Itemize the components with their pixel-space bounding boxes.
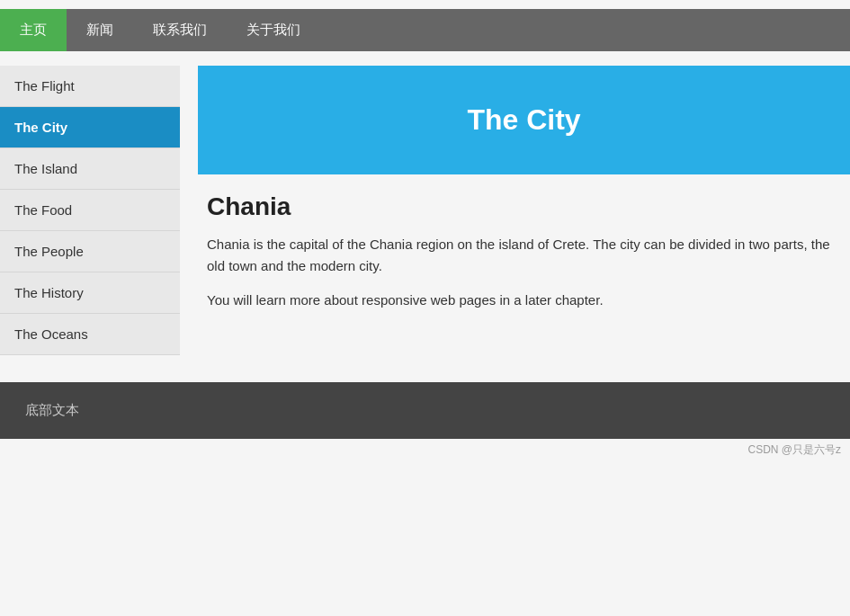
page-footer: 底部文本	[0, 382, 850, 439]
top-bar	[0, 0, 850, 9]
footer-text: 底部文本	[25, 402, 79, 417]
nav-item-contact[interactable]: 联系我们	[133, 9, 227, 51]
sidebar-item-island[interactable]: The Island	[0, 148, 180, 190]
nav-item-home[interactable]: 主页	[0, 9, 67, 51]
sidebar-item-history[interactable]: The History	[0, 272, 180, 314]
sidebar-item-city[interactable]: The City	[0, 107, 180, 148]
nav-item-news[interactable]: 新闻	[67, 9, 133, 51]
content-paragraph-1: Chania is the capital of the Chania regi…	[207, 234, 841, 277]
sidebar-item-food[interactable]: The Food	[0, 190, 180, 231]
watermark: CSDN @只是六号z	[0, 439, 850, 461]
sidebar: The Flight The City The Island The Food …	[0, 66, 180, 355]
content-body: Chania Chania is the capital of the Chan…	[198, 192, 850, 311]
sidebar-item-people[interactable]: The People	[0, 231, 180, 272]
main-nav: 主页 新闻 联系我们 关于我们	[0, 9, 850, 51]
nav-item-about[interactable]: 关于我们	[227, 9, 320, 51]
content-title: Chania	[207, 192, 841, 221]
sidebar-item-oceans[interactable]: The Oceans	[0, 314, 180, 355]
main-wrapper: The Flight The City The Island The Food …	[0, 66, 850, 355]
content-area: The City Chania Chania is the capital of…	[198, 66, 850, 355]
watermark-text: CSDN @只是六号z	[747, 443, 841, 456]
sidebar-item-flight[interactable]: The Flight	[0, 66, 180, 107]
content-paragraph-2: You will learn more about responsive web…	[207, 290, 841, 311]
content-header: The City	[198, 66, 850, 174]
